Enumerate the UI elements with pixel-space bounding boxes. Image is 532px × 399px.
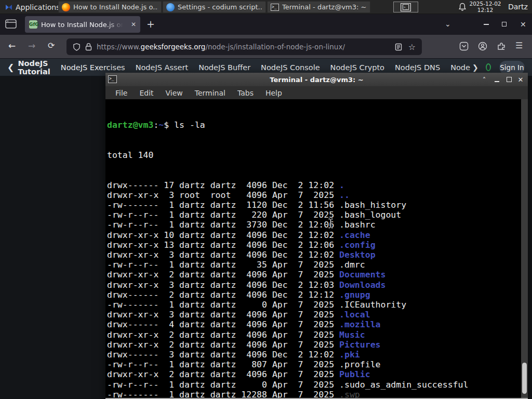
terminal-listing: drwx------ 17 dartz dartz 4096 Dec 2 12:… (107, 180, 528, 398)
window-button-label: Terminal - dartz@vm3: ~ (282, 3, 366, 11)
sign-in-button[interactable]: Sign In (499, 61, 525, 74)
back-button[interactable]: ← (8, 41, 16, 51)
terminal-line: -rw-r--r-- 1 dartz dartz 807 Apr 7 2025 … (107, 360, 528, 369)
url-text: https://www.geeksforgeeks.org/node-js/in… (97, 43, 345, 51)
browser-tab-active[interactable]: GfG How to Install Node.js on ✕ (25, 16, 140, 33)
menu-help[interactable]: Help (265, 89, 282, 97)
site-nav-link[interactable]: NodeJS Buffer (198, 63, 250, 72)
site-nav-link[interactable]: NodeJS Crypto (330, 63, 384, 72)
top-panel: Applications ≡ How to Install Node.js o.… (0, 0, 532, 14)
terminal-line: -rw------- 1 dartz dartz 1120 Dec 2 11:5… (107, 200, 528, 210)
clock-time: 12:12 (468, 7, 502, 14)
terminal-line: -rw-r--r-- 1 dartz dartz 3730 Dec 2 12:0… (107, 220, 528, 230)
lock-icon (85, 43, 92, 51)
terminal-line: drwxr-xr-x 3 dartz dartz 4096 Dec 2 12:0… (107, 250, 528, 260)
menu-view[interactable]: View (166, 89, 183, 97)
chevron-right-icon[interactable]: ❯ (472, 63, 478, 72)
workspace-window-thumb: >_ (401, 3, 411, 11)
bookmark-star-icon[interactable]: ☆ (408, 42, 416, 52)
browser-tab-bar: GfG How to Install Node.js on ✕ + ⌄ ✕ (0, 14, 532, 35)
terminal-line: drwxr-xr-x 3 dartz dartz 4096 Dec 2 12:0… (107, 280, 528, 290)
menu-edit[interactable]: Edit (139, 89, 153, 97)
terminal-line: -rw-r--r-- 1 dartz dartz 220 Apr 7 2025 … (107, 210, 528, 220)
text-cursor-pointer (328, 218, 334, 229)
site-nav-link[interactable]: Node (450, 63, 470, 72)
browser-minimize-button[interactable] (484, 20, 489, 25)
terminal-scrollbar[interactable] (521, 99, 528, 398)
terminal-icon: >_ (271, 4, 279, 11)
site-nav-link[interactable]: NodeJS Exercises (61, 63, 125, 72)
window-button-codium[interactable]: Settings - codium script... (163, 1, 266, 13)
chevron-left-icon: ❮ (7, 62, 14, 72)
window-button-label: How to Install Node.js o... (73, 3, 158, 11)
terminal-line: drwx------ 2 dartz dartz 4096 Dec 2 12:1… (107, 290, 528, 300)
tab-close-icon[interactable]: ✕ (131, 21, 136, 28)
site-nav-back-link[interactable]: ❮ NodeJS Tutorial (7, 59, 50, 76)
terminal-icon: >_ (108, 75, 117, 83)
site-nav-link[interactable]: NodeJS Assert (136, 63, 189, 72)
list-all-tabs-icon[interactable]: ⌄ (445, 20, 451, 28)
terminal-window: >_ Terminal - dartz@vm3: ~ ˄ ✕ File Edit… (105, 73, 528, 399)
user-menu[interactable]: Dartz (508, 3, 528, 11)
terminal-maximize-button[interactable] (503, 73, 515, 86)
terminal-prompt-line: dartz@vm3:~$ ls -la (107, 120, 528, 130)
browser-maximize-button[interactable] (502, 22, 507, 26)
forward-button[interactable]: → (28, 41, 35, 51)
pocket-icon[interactable] (459, 42, 469, 51)
terminal-line: -rw-r--r-- 1 dartz dartz 0 Apr 7 2025 .s… (107, 380, 528, 390)
search-icon[interactable] (486, 63, 491, 71)
desktop: Applications ≡ How to Install Node.js o.… (0, 0, 532, 399)
applications-label: Applications (16, 3, 60, 11)
browser-close-button[interactable]: ✕ (520, 20, 526, 29)
url-bar[interactable]: https://www.geeksforgeeks.org/node-js/in… (66, 38, 422, 55)
menu-file[interactable]: File (115, 89, 127, 97)
terminal-line: drwx------ 17 dartz dartz 4096 Dec 2 12:… (107, 180, 528, 190)
site-nav-back-label: NodeJS Tutorial (18, 59, 50, 76)
terminal-icon: >_ (403, 4, 409, 10)
terminal-scrollbar-thumb[interactable] (522, 363, 527, 394)
window-button-label: Settings - codium script... (178, 3, 262, 11)
window-button-list: How to Install Node.js o... Settings - c… (58, 1, 370, 13)
terminal-line: drwxr-xr-x 2 dartz dartz 4096 Apr 7 2025… (107, 369, 528, 379)
browser-toolbar: ← → ⟳ https://www.geeksforgeeks.org/node… (0, 35, 532, 59)
terminal-line: -rw------- 1 dartz dartz 12288 Apr 7 202… (107, 390, 528, 398)
menu-tabs[interactable]: Tabs (237, 89, 254, 97)
hamburger-menu-icon[interactable]: ☰ (515, 41, 523, 50)
menu-terminal[interactable]: Terminal (195, 89, 225, 97)
firefox-icon (62, 3, 70, 11)
terminal-shade-button[interactable]: ˄ (478, 73, 490, 86)
applications-icon (5, 3, 13, 11)
terminal-title: Terminal - dartz@vm3: ~ (105, 76, 528, 84)
new-tab-button[interactable]: + (147, 18, 155, 30)
reader-mode-icon[interactable] (395, 43, 402, 51)
reload-button[interactable]: ⟳ (48, 41, 55, 50)
site-nav-link[interactable]: NodeJS Console (261, 63, 320, 72)
clock[interactable]: 2025-12-02 12:12 (468, 1, 502, 13)
terminal-menu-bar: File Edit View Terminal Tabs Help (105, 86, 528, 99)
terminal-line: drwxr-xr-x 3 dartz dartz 4096 Apr 7 2025… (107, 310, 528, 320)
terminal-minimize-button[interactable] (490, 73, 503, 86)
notification-bell-icon[interactable] (458, 3, 467, 11)
terminal-line: drwxr-xr-x 2 dartz dartz 4096 Apr 7 2025… (107, 270, 528, 280)
terminal-close-button[interactable]: ✕ (514, 73, 527, 86)
terminal-line: -rw-r--r-- 1 dartz dartz 35 Apr 7 2025 .… (107, 260, 528, 270)
terminal-line: drwx------ 3 dartz dartz 4096 Dec 2 12:0… (107, 350, 528, 360)
site-nav-link[interactable]: NodeJS DNS (395, 63, 440, 72)
site-nav-links: NodeJS Exercises NodeJS Assert NodeJS Bu… (61, 63, 470, 72)
extensions-puzzle-icon[interactable] (497, 42, 506, 51)
account-icon[interactable] (478, 42, 487, 51)
terminal-line: drwxr-xr-x 3 root root 4096 Apr 7 2025 .… (107, 190, 528, 200)
terminal-line: drwxr-xr-x 13 dartz dartz 4096 Dec 2 12:… (107, 240, 528, 250)
terminal-line: drwxr-xr-x 2 dartz dartz 4096 Apr 7 2025… (107, 330, 528, 340)
terminal-output[interactable]: dartz@vm3:~$ ls -la total 140 drwx------… (105, 99, 528, 398)
window-button-firefox[interactable]: How to Install Node.js o... (58, 1, 162, 13)
workspace-switcher[interactable]: >_ (393, 2, 418, 12)
firefox-view-icon[interactable] (5, 19, 17, 29)
geeksforgeeks-favicon: GfG (29, 20, 37, 29)
window-button-terminal[interactable]: >_ Terminal - dartz@vm3: ~ (267, 1, 370, 13)
shield-icon[interactable] (73, 43, 81, 51)
terminal-line: drwxr-xr-x 10 dartz dartz 4096 Dec 2 12:… (107, 230, 528, 240)
terminal-title-bar[interactable]: >_ Terminal - dartz@vm3: ~ ˄ ✕ (105, 73, 528, 86)
terminal-line: -rw------- 1 dartz dartz 0 Apr 7 2025 .I… (107, 300, 528, 310)
terminal-line: drwxr-xr-x 2 dartz dartz 4096 Apr 7 2025… (107, 340, 528, 350)
